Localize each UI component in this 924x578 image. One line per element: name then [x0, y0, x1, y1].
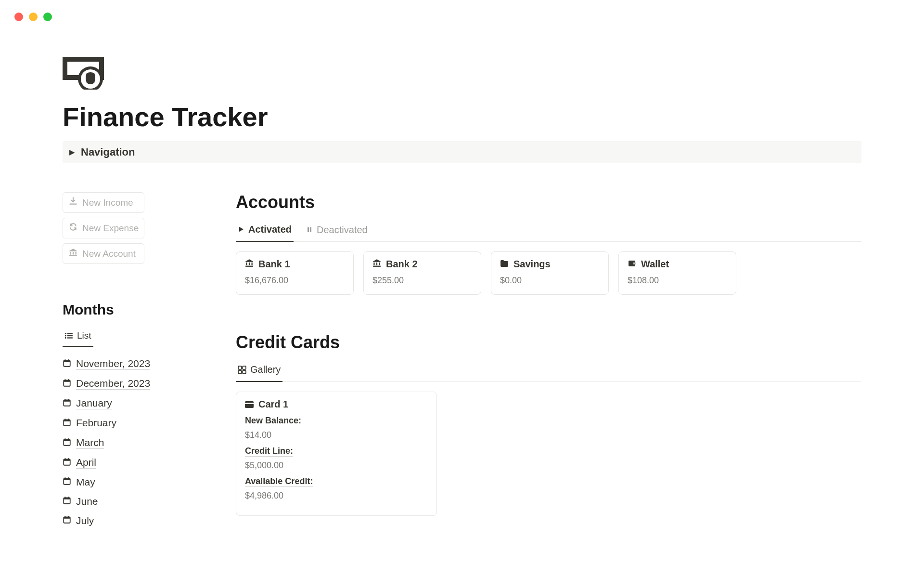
credit-card-field-label: Credit Line:: [245, 446, 293, 457]
account-amount: $108.00: [628, 276, 727, 286]
svg-rect-47: [64, 517, 70, 518]
svg-rect-4: [70, 252, 71, 255]
svg-rect-64: [238, 370, 242, 374]
account-name: Wallet: [641, 259, 669, 270]
account-amount: $16,676.00: [245, 276, 345, 286]
credit-card-icon: [245, 401, 254, 408]
navigation-toggle[interactable]: ▶ Navigation: [63, 141, 861, 163]
svg-rect-31: [64, 439, 70, 441]
svg-rect-49: [68, 516, 69, 517]
close-window-button[interactable]: [14, 13, 23, 21]
credit-card-field-value: $4,986.00: [245, 491, 428, 501]
svg-rect-53: [249, 263, 250, 265]
cycle-icon: [69, 223, 77, 234]
account-card[interactable]: Savings$0.00: [491, 251, 609, 295]
svg-rect-43: [64, 498, 70, 499]
bank-icon: [69, 248, 77, 259]
gallery-icon: [238, 366, 246, 374]
svg-rect-51: [310, 227, 311, 232]
svg-point-8: [65, 333, 66, 334]
svg-rect-56: [373, 263, 374, 265]
month-item[interactable]: May: [63, 473, 207, 492]
month-item[interactable]: January: [63, 394, 207, 413]
credit-card-name: Card 1: [258, 399, 288, 410]
svg-point-12: [65, 337, 66, 339]
svg-rect-9: [67, 333, 73, 334]
svg-rect-13: [67, 337, 73, 338]
svg-rect-20: [65, 379, 66, 381]
svg-rect-44: [65, 497, 66, 498]
months-list-tab[interactable]: List: [63, 327, 93, 347]
calendar-icon: [63, 418, 71, 429]
new-new-income-button[interactable]: New Income: [63, 192, 144, 213]
new-button-label: New Account: [82, 249, 136, 259]
credit-cards-gallery-tab[interactable]: Gallery: [236, 360, 282, 382]
svg-rect-59: [373, 266, 381, 267]
svg-rect-6: [76, 252, 77, 255]
accounts-tab-label: Activated: [248, 224, 292, 235]
svg-rect-57: [376, 263, 377, 265]
accounts-tab-activated[interactable]: Activated: [236, 220, 294, 242]
month-label: November, 2023: [76, 358, 150, 370]
months-tab-label: List: [77, 330, 91, 341]
month-label: December, 2023: [76, 378, 150, 390]
month-label: March: [76, 437, 104, 449]
svg-rect-67: [245, 403, 254, 404]
account-amount: $0.00: [500, 276, 600, 286]
svg-rect-11: [67, 335, 73, 336]
list-icon: [64, 331, 73, 340]
month-item[interactable]: July: [63, 511, 207, 530]
account-card[interactable]: Bank 1$16,676.00: [236, 251, 354, 295]
accounts-tab-deactivated[interactable]: Deactivated: [304, 220, 370, 241]
svg-rect-61: [633, 263, 636, 264]
svg-rect-32: [65, 438, 66, 440]
minimize-window-button[interactable]: [29, 13, 38, 21]
account-card[interactable]: Wallet$108.00: [618, 251, 736, 295]
month-item[interactable]: March: [63, 433, 207, 453]
credit-cards-heading: Credit Cards: [236, 332, 861, 353]
month-item[interactable]: November, 2023: [63, 354, 207, 374]
svg-rect-66: [245, 401, 254, 408]
account-card[interactable]: Bank 2$255.00: [363, 251, 481, 295]
calendar-icon: [63, 358, 71, 370]
bank-icon: [372, 259, 381, 270]
folder-icon: [500, 259, 509, 270]
maximize-window-button[interactable]: [43, 13, 52, 21]
calendar-icon: [63, 476, 71, 488]
credit-card-item[interactable]: Card 1 New Balance:$14.00Credit Line:$5,…: [236, 392, 437, 516]
account-name: Bank 2: [386, 259, 418, 270]
svg-rect-35: [64, 459, 70, 460]
calendar-icon: [63, 457, 71, 469]
svg-rect-58: [379, 263, 380, 265]
new-button-label: New Income: [82, 197, 133, 208]
svg-rect-21: [68, 379, 69, 381]
month-label: June: [76, 496, 98, 507]
month-item[interactable]: December, 2023: [63, 374, 207, 394]
play-icon: [238, 224, 244, 235]
month-item[interactable]: February: [63, 413, 207, 433]
svg-rect-19: [64, 380, 70, 381]
new-new-expense-button[interactable]: New Expense: [63, 218, 144, 238]
svg-rect-50: [308, 227, 309, 232]
month-label: July: [76, 515, 94, 526]
new-button-label: New Expense: [82, 223, 139, 234]
month-item[interactable]: June: [63, 492, 207, 511]
month-item[interactable]: April: [63, 453, 207, 473]
svg-rect-28: [65, 419, 66, 420]
account-name: Savings: [513, 259, 551, 270]
svg-rect-33: [68, 438, 69, 440]
pause-icon: [306, 224, 313, 236]
svg-rect-36: [65, 458, 66, 460]
months-heading: Months: [63, 302, 207, 318]
calendar-icon: [63, 437, 71, 449]
bank-icon: [245, 259, 254, 270]
calendar-icon: [63, 496, 71, 507]
new-new-account-button[interactable]: New Account: [63, 243, 144, 264]
svg-rect-45: [68, 497, 69, 498]
svg-rect-39: [64, 478, 70, 480]
svg-point-10: [65, 335, 66, 337]
svg-rect-16: [65, 359, 66, 361]
month-label: May: [76, 476, 95, 488]
credit-card-field-value: $5,000.00: [245, 460, 428, 471]
svg-rect-63: [243, 366, 246, 369]
